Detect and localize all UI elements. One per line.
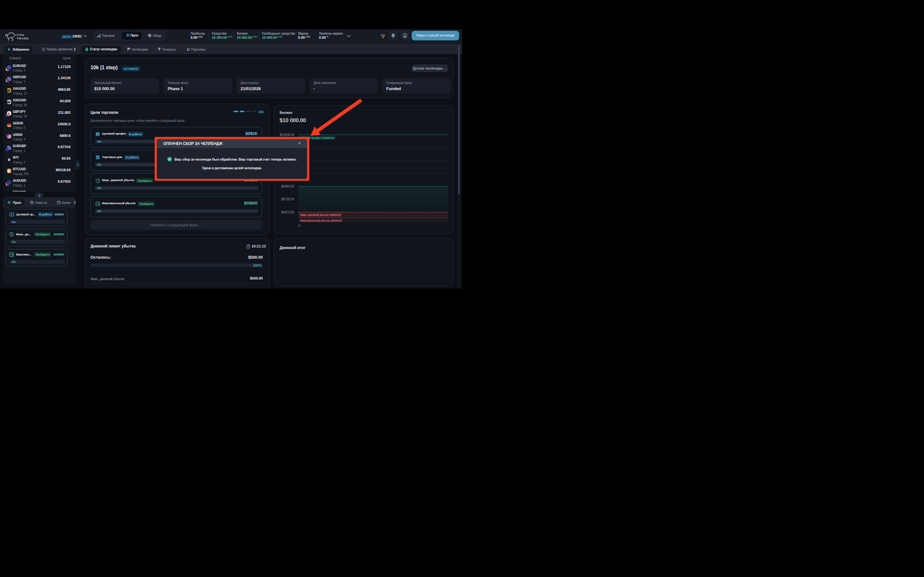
svg-text:TRADE: TRADE xyxy=(17,37,29,40)
svg-text:YOU: YOU xyxy=(17,33,24,37)
svg-text:$: $ xyxy=(97,133,99,136)
svg-text:$: $ xyxy=(11,213,13,216)
